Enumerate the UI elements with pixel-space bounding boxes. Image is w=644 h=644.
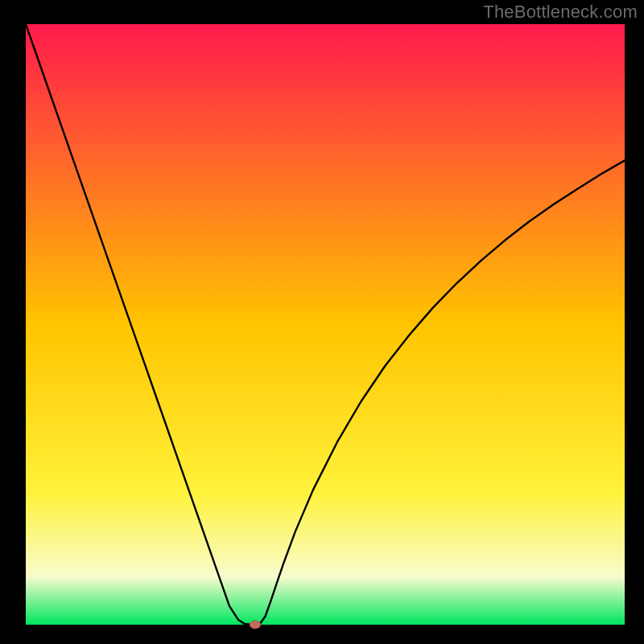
plot-background xyxy=(26,24,625,625)
bottleneck-plot xyxy=(0,0,644,644)
watermark-text: TheBottleneck.com xyxy=(483,2,638,23)
chart-frame: TheBottleneck.com xyxy=(0,0,644,644)
optimum-marker xyxy=(250,621,260,629)
